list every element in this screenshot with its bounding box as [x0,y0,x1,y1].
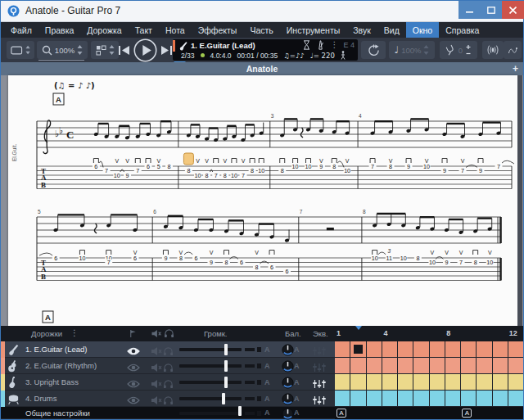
solo-headphones-icon[interactable] [163,347,174,356]
balance-automation-label[interactable]: A [294,362,300,370]
master-balance-automation-label[interactable]: A [294,409,300,417]
bar-cell[interactable] [413,391,428,406]
countdown-hourglass-icon[interactable] [302,40,311,50]
balance-knob[interactable] [282,377,294,389]
volume-slider-handle[interactable] [224,360,228,372]
menu-item-edit[interactable]: Правка [38,22,80,38]
bar-cell[interactable] [350,358,365,373]
play-button[interactable] [133,38,158,63]
bar-cell[interactable] [382,358,397,373]
bar-cell[interactable] [445,358,460,373]
mute-icon[interactable] [151,363,162,373]
bar-cell[interactable] [430,391,445,406]
solo-headphones-icon[interactable] [163,380,174,389]
mixer-track-row[interactable]: 3. Upright BassAA [1,374,335,391]
bar-cell[interactable] [430,341,445,357]
bar-cell[interactable] [367,391,382,406]
mixer-track-row[interactable]: 4. DrumsAA [1,391,335,407]
bar-cell[interactable] [398,341,413,357]
active-document-tab[interactable]: Anatole [1,64,523,74]
bar-cell[interactable] [508,358,523,373]
bar-cell[interactable] [382,391,397,406]
menu-item-track[interactable]: Дорожка [80,22,128,38]
bar-cell[interactable] [477,358,491,373]
add-tab-button[interactable]: + [513,63,518,75]
bar-cell[interactable] [413,358,428,373]
menu-item-window[interactable]: Окно [406,22,439,38]
bar-cell[interactable] [350,374,365,390]
bar-cell[interactable] [398,358,413,373]
bar-cell[interactable] [445,374,460,390]
volume-automation-label[interactable]: A [264,362,270,370]
menu-item-bar[interactable]: Такт [129,22,159,38]
tuning-control[interactable]: 0 [440,41,477,59]
title-bar[interactable]: Anatole - Guitar Pro 7 [1,1,523,22]
go-to-start-button[interactable] [117,44,131,56]
zoom-control[interactable]: 100% [37,41,88,59]
volume-slider-handle[interactable] [222,393,225,404]
bar-cell[interactable] [350,341,365,357]
score-page[interactable]: (♫ = ♪ ♪)AEl.Guit.ATAB♭♭C67V10V976V588V1… [8,75,517,326]
balance-knob[interactable] [282,360,294,373]
whammy-button[interactable] [504,41,522,59]
bar-cell[interactable] [461,341,476,357]
bar-cell[interactable] [367,358,382,373]
master-volume-automation-label[interactable]: A [264,409,270,417]
section-marker-badge[interactable]: A [337,409,346,418]
bar-cell[interactable] [367,374,382,390]
volume-automation-label[interactable]: A [264,378,270,386]
tracks-menu-icon[interactable]: ⋮ [70,328,79,337]
bar-cell[interactable] [477,391,491,406]
go-to-end-button[interactable] [160,44,174,56]
balance-knob[interactable] [282,408,294,420]
bar-cell[interactable] [430,358,445,373]
solo-headphones-icon[interactable] [163,364,174,373]
bar-cell[interactable] [398,374,413,390]
track-name[interactable]: 3. Upright Bass [25,377,79,386]
track-visibility-eye-icon[interactable] [127,346,140,356]
mute-icon[interactable] [151,379,162,389]
balance-automation-label[interactable]: A [294,395,300,403]
loop-button[interactable] [361,41,386,59]
balance-knob[interactable] [282,393,294,405]
balance-automation-label[interactable]: A [294,378,300,386]
maximize-button[interactable] [480,1,502,19]
balance-automation-label[interactable]: A [294,345,300,354]
track-visibility-eye-icon[interactable] [127,379,140,389]
bar-cell[interactable] [461,374,476,390]
playback-speed-control[interactable]: ♩ 100% [389,41,435,59]
bar-cell[interactable] [445,341,460,357]
menu-item-effects[interactable]: Эффекты [192,22,244,38]
menu-item-sound[interactable]: Звук [346,22,377,38]
bar-cell[interactable] [382,374,397,390]
balance-knob[interactable] [282,344,294,356]
minimize-button[interactable] [458,1,480,19]
volume-slider-handle[interactable] [224,377,228,388]
master-settings-row[interactable]: Общие настройки AA [1,407,335,419]
bar-cell[interactable] [335,391,350,406]
bar-cell[interactable] [508,341,523,357]
solo-headphones-icon[interactable] [164,329,174,338]
bar-cell[interactable] [398,391,413,406]
metronome-icon[interactable] [316,40,325,50]
bar-cell[interactable] [493,341,508,357]
eq-icon[interactable] [313,379,326,389]
volume-slider[interactable] [179,374,263,391]
eq-icon[interactable] [313,395,326,405]
bar-cell[interactable] [493,374,508,390]
bar-cell[interactable] [335,341,350,357]
score-scrollbar[interactable] [517,75,522,326]
bar-cell[interactable] [350,391,365,406]
close-button[interactable] [502,1,524,19]
bar-cell[interactable] [367,341,382,357]
notation-and-tablature[interactable]: (♫ = ♪ ♪)AEl.Guit.ATAB♭♭C67V10V976V588V1… [8,75,517,326]
mute-icon[interactable] [151,346,162,356]
mute-icon[interactable] [151,395,162,405]
bar-cell[interactable] [335,374,350,390]
lcd-menu-icon[interactable]: ⋮ [330,41,338,49]
mute-all-icon[interactable] [151,329,162,338]
bar-cell[interactable] [493,391,508,406]
master-volume-slider[interactable] [179,405,263,420]
plus-minus-stepper-icon[interactable] [465,44,472,56]
bar-cell[interactable] [461,358,476,373]
